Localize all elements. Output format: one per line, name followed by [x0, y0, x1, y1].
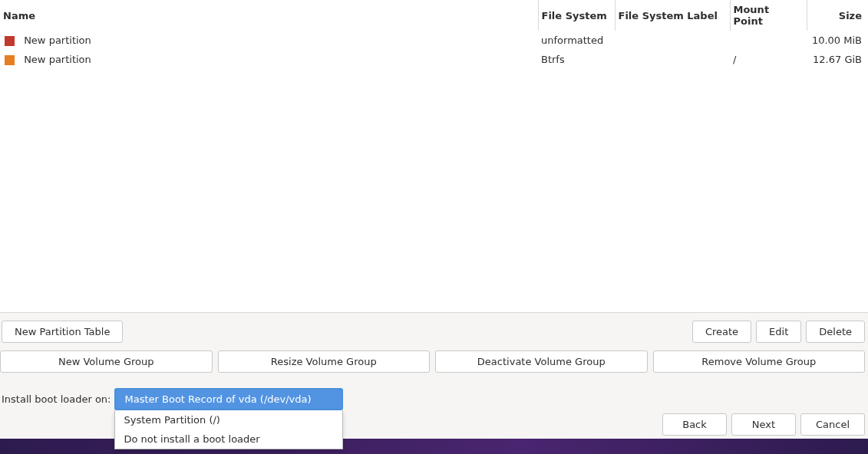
partition-size: 10.00 MiB	[807, 31, 868, 50]
table-row[interactable]: New partition unformatted 10.00 MiB	[0, 31, 868, 50]
bootloader-dropdown[interactable]: Master Boot Record of vda (/dev/vda)	[114, 388, 343, 410]
create-button[interactable]: Create	[692, 321, 751, 343]
column-header-filesystem-label[interactable]: File System Label	[615, 0, 730, 31]
partition-mount-point	[730, 31, 807, 50]
delete-button[interactable]: Delete	[806, 321, 865, 343]
column-header-name[interactable]: Name	[0, 0, 538, 31]
remove-volume-group-button[interactable]: Remove Volume Group	[653, 350, 866, 373]
nav-buttons: Back Next Cancel	[662, 413, 865, 436]
partition-mount-point: /	[730, 50, 807, 69]
bootloader-label: Install boot loader on:	[2, 393, 111, 405]
column-header-filesystem[interactable]: File System	[538, 0, 615, 31]
partition-filesystem: unformatted	[538, 31, 615, 50]
partition-table-area: Name File System File System Label Mount…	[0, 0, 868, 313]
dropdown-option[interactable]: Do not install a boot loader	[115, 429, 342, 449]
new-partition-table-button[interactable]: New Partition Table	[2, 321, 123, 343]
toolbar: New Partition Table Create Edit Delete N…	[0, 313, 868, 377]
next-button[interactable]: Next	[731, 413, 796, 436]
dropdown-option[interactable]: System Partition (/)	[115, 410, 342, 429]
deactivate-volume-group-button[interactable]: Deactivate Volume Group	[435, 350, 648, 373]
partition-name: New partition	[24, 54, 91, 65]
new-volume-group-button[interactable]: New Volume Group	[0, 350, 213, 373]
partition-filesystem: Btrfs	[538, 50, 615, 69]
edit-button[interactable]: Edit	[756, 321, 801, 343]
bootloader-row: Install boot loader on: Master Boot Reco…	[2, 388, 865, 410]
table-row[interactable]: New partition Btrfs / 12.67 GiB	[0, 50, 868, 69]
partitioning-page: Name File System File System Label Mount…	[0, 0, 868, 454]
toolbar-row-2: New Volume Group Resize Volume Group Dea…	[0, 346, 868, 376]
column-header-size[interactable]: Size	[807, 0, 868, 31]
partition-color-icon	[5, 36, 15, 46]
partition-size: 12.67 GiB	[807, 50, 868, 69]
toolbar-row-1: New Partition Table Create Edit Delete	[0, 317, 868, 346]
partition-filesystem-label	[615, 50, 730, 69]
partition-filesystem-label	[615, 31, 730, 50]
back-button[interactable]: Back	[662, 413, 727, 436]
partition-table: Name File System File System Label Mount…	[0, 0, 868, 69]
resize-volume-group-button[interactable]: Resize Volume Group	[218, 350, 431, 373]
partition-name: New partition	[24, 35, 91, 46]
partition-color-icon	[5, 55, 15, 65]
dropdown-option-selected[interactable]: Master Boot Record of vda (/dev/vda)	[116, 390, 342, 409]
cancel-button[interactable]: Cancel	[800, 413, 865, 436]
bootloader-dropdown-list: System Partition (/) Do not install a bo…	[114, 410, 343, 449]
column-header-mount-point[interactable]: Mount Point	[730, 0, 807, 31]
